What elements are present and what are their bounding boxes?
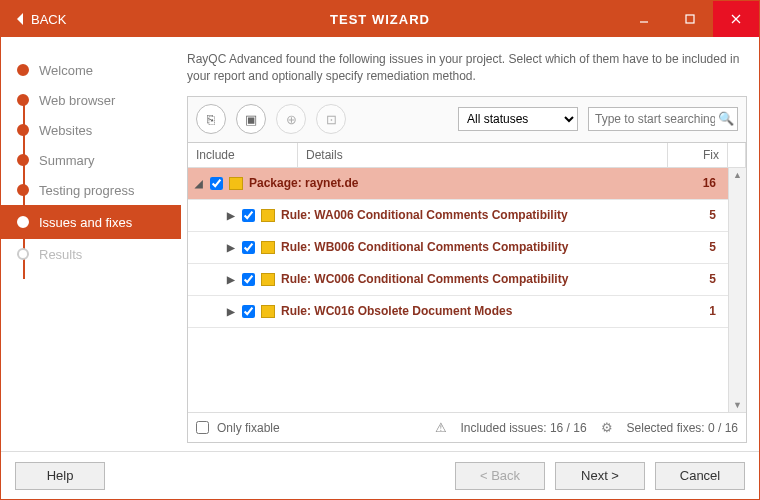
rule-row[interactable]: ▶Rule: WC016 Obsolete Document Modes1 [188,296,728,328]
step-dot-icon [17,216,29,228]
issues-grid: Include Details Fix ◢ Package: raynet.de… [187,142,747,443]
scroll-down-icon[interactable]: ▼ [729,400,746,410]
rule-label: Rule: WA006 Conditional Comments Compati… [281,208,682,222]
back-label: BACK [31,12,66,27]
window-buttons [621,1,759,37]
toolbar-btn-1[interactable]: ⎘ [196,104,226,134]
rule-count: 1 [682,304,722,318]
step-label: Welcome [39,63,93,78]
only-fixable-checkbox[interactable] [196,421,209,434]
step-label: Testing progress [39,183,134,198]
search-input[interactable] [588,107,738,131]
include-checkbox[interactable] [242,241,255,254]
package-row[interactable]: ◢ Package: raynet.de 16 [188,168,728,200]
intro-text: RayQC Advanced found the following issue… [187,51,747,86]
wizard-window: BACK TEST WIZARD WelcomeWeb browserWebsi… [0,0,760,500]
step-label: Results [39,247,82,262]
include-checkbox[interactable] [242,209,255,222]
toolbar-btn-2[interactable]: ▣ [236,104,266,134]
help-button[interactable]: Help [15,462,105,490]
search-wrap: 🔍 [588,107,738,131]
footer: Help < Back Next > Cancel [1,451,759,499]
package-count: 16 [682,176,722,190]
package-label: Package: raynet.de [249,176,682,190]
col-details[interactable]: Details [298,143,668,167]
included-issues: Included issues: 16 / 16 [461,421,587,435]
step-label: Issues and fixes [39,215,132,230]
step-label: Websites [39,123,92,138]
only-fixable-label: Only fixable [217,421,280,435]
col-fix[interactable]: Fix [668,143,728,167]
step-label: Web browser [39,93,115,108]
rule-row[interactable]: ▶Rule: WC006 Conditional Comments Compat… [188,264,728,296]
rule-label: Rule: WC016 Obsolete Document Modes [281,304,682,318]
step-label: Summary [39,153,95,168]
folder-icon [261,241,275,254]
content-area: RayQC Advanced found the following issue… [181,37,759,451]
grid-rows: ◢ Package: raynet.de 16 ▶Rule: WA006 Con… [188,168,728,412]
step-web-browser[interactable]: Web browser [13,85,181,115]
status-filter[interactable]: All statuses [458,107,578,131]
expand-icon[interactable]: ▶ [226,210,236,221]
step-issues-and-fixes[interactable]: Issues and fixes [1,205,181,239]
step-dot-icon [17,248,29,260]
expand-icon[interactable]: ▶ [226,274,236,285]
rule-label: Rule: WB006 Conditional Comments Compati… [281,240,682,254]
include-checkbox[interactable] [210,177,223,190]
include-checkbox[interactable] [242,273,255,286]
back-button[interactable]: BACK [1,1,80,37]
rule-row[interactable]: ▶Rule: WB006 Conditional Comments Compat… [188,232,728,264]
step-summary[interactable]: Summary [13,145,181,175]
step-dot-icon [17,154,29,166]
back-nav-button[interactable]: < Back [455,462,545,490]
rule-row[interactable]: ▶Rule: WA006 Conditional Comments Compat… [188,200,728,232]
grid-body: ◢ Package: raynet.de 16 ▶Rule: WA006 Con… [188,168,746,412]
minimize-button[interactable] [621,1,667,37]
rule-label: Rule: WC006 Conditional Comments Compati… [281,272,682,286]
search-icon: 🔍 [718,111,734,126]
window-title: TEST WIZARD [330,12,430,27]
scrollbar[interactable]: ▲ ▼ [728,168,746,412]
folder-icon [261,305,275,318]
step-websites[interactable]: Websites [13,115,181,145]
close-button[interactable] [713,1,759,37]
rule-count: 5 [682,240,722,254]
selected-fixes: Selected fixes: 0 / 16 [627,421,738,435]
step-sidebar: WelcomeWeb browserWebsitesSummaryTesting… [1,37,181,451]
include-checkbox[interactable] [242,305,255,318]
cancel-button[interactable]: Cancel [655,462,745,490]
rule-count: 5 [682,208,722,222]
svg-rect-1 [686,15,694,23]
grid-header: Include Details Fix [188,143,746,168]
step-dot-icon [17,124,29,136]
rule-count: 5 [682,272,722,286]
gear-icon: ⚙ [601,420,613,435]
folder-icon [261,209,275,222]
step-dot-icon [17,94,29,106]
expand-icon[interactable]: ◢ [194,178,204,189]
toolbar: ⎘ ▣ ⊕ ⊡ All statuses 🔍 [187,96,747,142]
folder-icon [261,273,275,286]
expand-icon[interactable]: ▶ [226,242,236,253]
step-welcome[interactable]: Welcome [13,55,181,85]
wizard-body: WelcomeWeb browserWebsitesSummaryTesting… [1,37,759,451]
expand-icon[interactable]: ▶ [226,306,236,317]
warning-icon: ⚠ [435,420,447,435]
maximize-button[interactable] [667,1,713,37]
step-results[interactable]: Results [13,239,181,269]
back-arrow-icon [15,12,25,26]
grid-footer: Only fixable ⚠ Included issues: 16 / 16 … [188,412,746,442]
toolbar-btn-3[interactable]: ⊕ [276,104,306,134]
toolbar-btn-4[interactable]: ⊡ [316,104,346,134]
title-bar: BACK TEST WIZARD [1,1,759,37]
next-button[interactable]: Next > [555,462,645,490]
scroll-up-icon[interactable]: ▲ [729,170,746,180]
step-dot-icon [17,184,29,196]
folder-icon [229,177,243,190]
step-dot-icon [17,64,29,76]
col-include[interactable]: Include [188,143,298,167]
step-testing-progress[interactable]: Testing progress [13,175,181,205]
